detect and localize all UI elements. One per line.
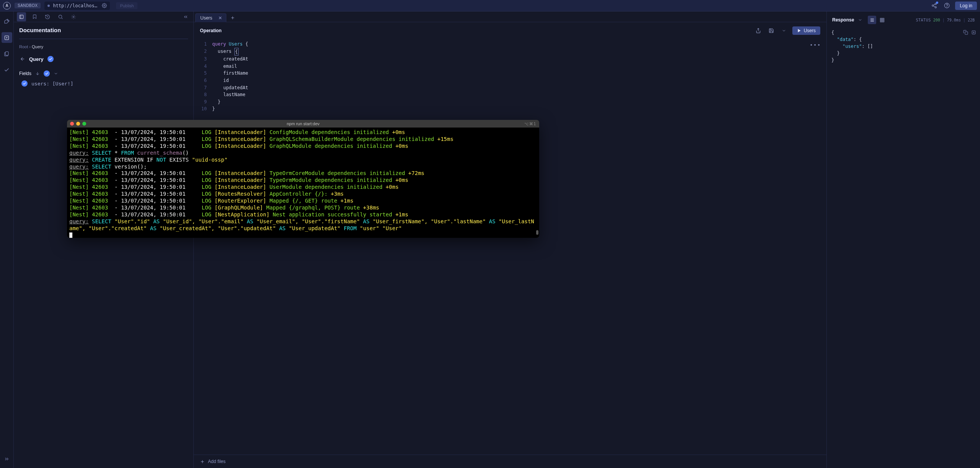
breadcrumb: Root › Query (19, 44, 188, 49)
current-type-label: Query (29, 56, 44, 62)
documentation-panel: Documentation Root › Query Query Fields (14, 11, 194, 468)
svg-rect-25 (880, 18, 884, 22)
tab-users[interactable]: Users ✕ (195, 13, 226, 22)
fields-label: Fields (19, 71, 31, 76)
rail-collapse-icon[interactable] (2, 453, 12, 464)
back-arrow-icon[interactable] (20, 56, 25, 62)
terminal-line: [Nest] 42603 - 13/07/2024, 19:50:01 LOG … (69, 198, 537, 205)
rail-operations-icon[interactable] (2, 32, 12, 43)
doc-toolbar (14, 11, 193, 22)
publish-button: Publish (116, 2, 137, 9)
response-header: Response STATUS 200 | 79.0ms | 22B (827, 11, 980, 28)
fields-check-icon[interactable] (44, 70, 50, 77)
terminal-cursor (69, 232, 72, 238)
run-button[interactable]: Users (792, 26, 820, 35)
expand-icon[interactable] (971, 30, 976, 35)
play-icon (797, 28, 802, 33)
response-title: Response (832, 17, 854, 23)
terminal-line: [Nest] 42603 - 13/07/2024, 19:50:01 LOG … (69, 191, 537, 198)
current-type-row: Query (19, 54, 188, 64)
chevron-down-icon[interactable] (780, 27, 788, 34)
terminal-line: [Nest] 42603 - 13/07/2024, 19:50:01 LOG … (69, 205, 537, 211)
notification-dot (936, 2, 938, 4)
view-table-icon[interactable] (878, 16, 886, 24)
svg-point-13 (73, 16, 74, 18)
sandbox-badge[interactable]: SANDBOX (15, 3, 41, 8)
svg-point-0 (104, 5, 105, 6)
connection-status-dot (47, 5, 50, 7)
svg-rect-8 (5, 51, 8, 55)
add-tab-button[interactable] (227, 14, 238, 22)
run-label: Users (804, 28, 816, 33)
operation-editor[interactable]: ••• 1query Users { 2 users { 3 createdAt… (194, 39, 826, 455)
close-icon[interactable]: ✕ (218, 15, 222, 21)
terminal-line: [Nest] 42603 - 13/07/2024, 19:50:01 LOG … (69, 136, 537, 143)
doc-view-icon[interactable] (17, 12, 26, 21)
svg-rect-30 (965, 32, 968, 34)
history-icon[interactable] (43, 12, 52, 21)
settings-icon[interactable] (69, 12, 78, 21)
fields-header[interactable]: Fields (19, 70, 188, 77)
operation-title: Operation (200, 28, 222, 33)
endpoint-url-group[interactable]: http://localhost:3000/g (44, 2, 110, 10)
terminal-line: [Nest] 42603 - 13/07/2024, 19:50:01 LOG … (69, 143, 537, 150)
response-view-toggle (868, 16, 886, 24)
breadcrumb-root[interactable]: Root (19, 44, 28, 49)
save-icon[interactable] (767, 26, 775, 35)
operation-panel: Users ✕ Operation Users (194, 11, 827, 468)
selected-check-icon[interactable] (47, 56, 54, 62)
svg-marker-7 (6, 37, 8, 38)
chevron-down-icon[interactable] (54, 71, 58, 76)
rail-schema-icon[interactable] (2, 48, 12, 59)
terminal-line: query: SELECT * FROM current_schema() (69, 150, 537, 157)
export-icon[interactable] (754, 26, 762, 35)
add-files-button[interactable]: Add files (194, 455, 826, 468)
terminal-titlebar[interactable]: npm run start:dev ⌥⌘1 (67, 120, 539, 128)
response-meta: STATUS 200 | 79.0ms | 22B (916, 18, 975, 22)
login-button[interactable]: Log in (955, 2, 977, 10)
breadcrumb-current: Query (32, 44, 43, 49)
tabbar: Users ✕ (194, 11, 826, 22)
left-rail (0, 11, 14, 468)
field-users[interactable]: users: [User!] (19, 80, 188, 87)
terminal-line: query: CREATE EXTENSION IF NOT EXISTS "u… (69, 157, 537, 164)
response-body[interactable]: { "data": { "users": [] } } (827, 28, 980, 468)
view-json-icon[interactable] (868, 16, 876, 24)
more-icon[interactable]: ••• (810, 42, 821, 48)
chevron-down-icon[interactable] (858, 18, 862, 22)
topbar: A SANDBOX http://localhost:3000/g Publis… (0, 0, 980, 11)
field-check-icon[interactable] (21, 80, 28, 87)
terminal-window[interactable]: npm run start:dev ⌥⌘1 [Nest] 42603 - 13/… (67, 120, 539, 238)
operation-header: Operation Users (194, 22, 826, 39)
collapse-doc-icon[interactable] (181, 12, 190, 21)
terminal-title: npm run start:dev (67, 121, 539, 126)
divider (19, 39, 188, 39)
svg-point-11 (59, 15, 62, 18)
terminal-line: [Nest] 42603 - 13/07/2024, 19:50:01 LOG … (69, 177, 537, 184)
terminal-line: query: SELECT "User"."id" AS "User_id", … (69, 218, 537, 232)
apollo-logo[interactable]: A (3, 2, 11, 10)
terminal-scroll-thumb[interactable] (536, 230, 538, 235)
bookmark-icon[interactable] (30, 12, 39, 21)
svg-point-2 (932, 5, 934, 7)
add-files-label: Add files (208, 459, 226, 464)
svg-rect-9 (20, 15, 23, 18)
terminal-line: query: SELECT version(); (69, 164, 537, 170)
share-icon[interactable] (930, 1, 939, 10)
terminal-line: [Nest] 42603 - 13/07/2024, 19:50:01 LOG … (69, 184, 537, 191)
copy-icon[interactable] (963, 30, 968, 35)
help-icon[interactable] (942, 1, 951, 10)
sort-icon[interactable] (35, 71, 40, 76)
terminal-scrollbar[interactable] (536, 128, 538, 238)
svg-point-5 (947, 7, 947, 7)
response-panel: Response STATUS 200 | 79.0ms | 22B (827, 11, 980, 468)
field-signature: users: [User!] (31, 81, 74, 87)
search-icon[interactable] (56, 12, 65, 21)
gear-icon[interactable] (102, 3, 107, 8)
terminal-body[interactable]: [Nest] 42603 - 13/07/2024, 19:50:01 LOG … (67, 128, 539, 238)
rail-explorer-icon[interactable] (2, 16, 12, 27)
plus-icon (200, 459, 205, 464)
terminal-line: [Nest] 42603 - 13/07/2024, 19:50:01 LOG … (69, 170, 537, 177)
tab-label: Users (200, 15, 212, 21)
rail-checks-icon[interactable] (2, 64, 12, 75)
